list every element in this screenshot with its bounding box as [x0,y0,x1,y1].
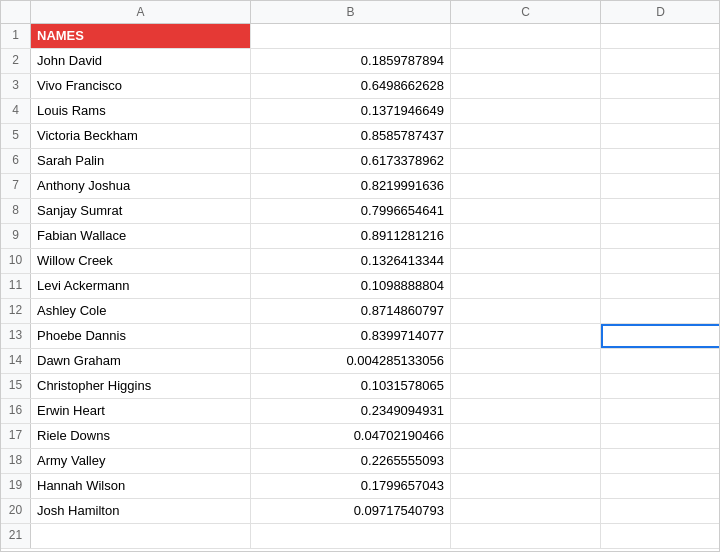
cell-b[interactable]: 0.2265555093 [251,449,451,473]
cell-a[interactable]: NAMES [31,24,251,48]
cell-b[interactable]: 0.09717540793 [251,499,451,523]
cell-b[interactable]: 0.1799657043 [251,474,451,498]
col-header-b[interactable]: B [251,1,451,23]
cell-a[interactable]: Victoria Beckham [31,124,251,148]
cell-c[interactable] [451,24,601,48]
cell-a[interactable]: Ashley Cole [31,299,251,323]
cell-a[interactable]: Vivo Francisco [31,74,251,98]
cell-a[interactable]: Anthony Joshua [31,174,251,198]
cell-a[interactable]: Phoebe Dannis [31,324,251,348]
table-row[interactable]: 15Christopher Higgins0.1031578065 [1,374,719,399]
cell-c[interactable] [451,374,601,398]
col-header-d[interactable]: D [601,1,720,23]
cell-c[interactable] [451,474,601,498]
cell-a[interactable]: Josh Hamilton [31,499,251,523]
cell-d[interactable] [601,399,719,423]
cell-b[interactable]: 0.7996654641 [251,199,451,223]
cell-d[interactable] [601,324,719,348]
table-row[interactable]: 12Ashley Cole0.8714860797 [1,299,719,324]
cell-c[interactable] [451,124,601,148]
table-row[interactable]: 20Josh Hamilton0.09717540793 [1,499,719,524]
cell-d[interactable] [601,74,719,98]
cell-d[interactable] [601,274,719,298]
table-row[interactable]: 17Riele Downs0.04702190466 [1,424,719,449]
cell-b[interactable]: 0.1326413344 [251,249,451,273]
table-row[interactable]: 1NAMES [1,24,719,49]
cell-b[interactable]: 0.1859787894 [251,49,451,73]
cell-c[interactable] [451,524,601,548]
cell-c[interactable] [451,74,601,98]
table-row[interactable]: 6Sarah Palin0.6173378962 [1,149,719,174]
cell-d[interactable] [601,424,719,448]
table-row[interactable]: 5Victoria Beckham0.8585787437 [1,124,719,149]
cell-a[interactable]: John David [31,49,251,73]
table-row[interactable]: 8Sanjay Sumrat0.7996654641 [1,199,719,224]
table-row[interactable]: 14Dawn Graham0.004285133056 [1,349,719,374]
cell-b[interactable]: 0.8911281216 [251,224,451,248]
table-row[interactable]: 11Levi Ackermann0.1098888804 [1,274,719,299]
table-row[interactable]: 18Army Valley0.2265555093 [1,449,719,474]
cell-c[interactable] [451,49,601,73]
cell-b[interactable]: 0.1031578065 [251,374,451,398]
cell-b[interactable]: 0.6498662628 [251,74,451,98]
cell-a[interactable]: Levi Ackermann [31,274,251,298]
table-row[interactable]: 10Willow Creek0.1326413344 [1,249,719,274]
cell-c[interactable] [451,499,601,523]
cell-d[interactable] [601,449,719,473]
cell-d[interactable] [601,474,719,498]
cell-a[interactable]: Willow Creek [31,249,251,273]
cell-b[interactable]: 0.2349094931 [251,399,451,423]
cell-a[interactable]: Hannah Wilson [31,474,251,498]
cell-d[interactable] [601,24,719,48]
table-row[interactable]: 16Erwin Heart0.2349094931 [1,399,719,424]
col-header-a[interactable]: A [31,1,251,23]
cell-b[interactable]: 0.1098888804 [251,274,451,298]
cell-d[interactable] [601,149,719,173]
cell-a[interactable]: Louis Rams [31,99,251,123]
cell-c[interactable] [451,174,601,198]
cell-a[interactable]: Army Valley [31,449,251,473]
cell-b[interactable]: 0.8585787437 [251,124,451,148]
cell-c[interactable] [451,224,601,248]
table-row[interactable]: 4Louis Rams0.1371946649 [1,99,719,124]
cell-b[interactable]: 0.8399714077 [251,324,451,348]
cell-d[interactable] [601,49,719,73]
cell-a[interactable]: Sanjay Sumrat [31,199,251,223]
cell-d[interactable] [601,124,719,148]
col-header-c[interactable]: C [451,1,601,23]
cell-d[interactable] [601,349,719,373]
cell-c[interactable] [451,274,601,298]
cell-c[interactable] [451,324,601,348]
cell-b[interactable] [251,24,451,48]
cell-a[interactable]: Riele Downs [31,424,251,448]
table-row[interactable]: 3Vivo Francisco0.6498662628 [1,74,719,99]
cell-d[interactable] [601,224,719,248]
cell-c[interactable] [451,424,601,448]
cell-c[interactable] [451,449,601,473]
cell-b[interactable]: 0.8714860797 [251,299,451,323]
cell-a[interactable] [31,524,251,548]
cell-d[interactable] [601,524,719,548]
cell-a[interactable]: Erwin Heart [31,399,251,423]
cell-c[interactable] [451,149,601,173]
cell-c[interactable] [451,249,601,273]
cell-c[interactable] [451,299,601,323]
cell-b[interactable]: 0.004285133056 [251,349,451,373]
cell-a[interactable]: Dawn Graham [31,349,251,373]
cell-a[interactable]: Fabian Wallace [31,224,251,248]
table-row[interactable]: 21 [1,524,719,549]
cell-d[interactable] [601,174,719,198]
cell-b[interactable]: 0.04702190466 [251,424,451,448]
cell-c[interactable] [451,199,601,223]
table-row[interactable]: 19Hannah Wilson0.1799657043 [1,474,719,499]
table-row[interactable]: 9Fabian Wallace0.8911281216 [1,224,719,249]
cell-d[interactable] [601,374,719,398]
table-row[interactable]: 7Anthony Joshua0.8219991636 [1,174,719,199]
table-row[interactable]: 2John David0.1859787894 [1,49,719,74]
cell-b[interactable]: 0.8219991636 [251,174,451,198]
cell-d[interactable] [601,249,719,273]
cell-b[interactable] [251,524,451,548]
table-row[interactable]: 13Phoebe Dannis0.8399714077 [1,324,719,349]
cell-d[interactable] [601,499,719,523]
cell-a[interactable]: Sarah Palin [31,149,251,173]
